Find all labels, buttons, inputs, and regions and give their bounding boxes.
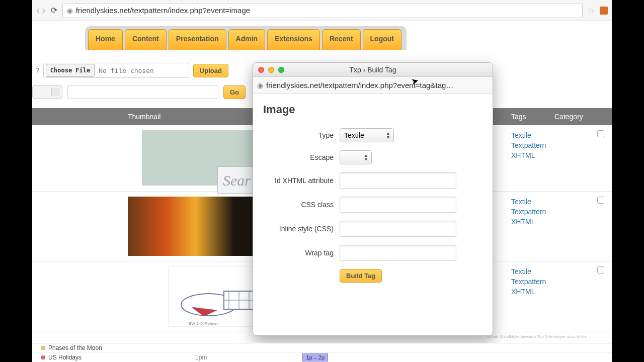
svg-text:BW-14X Rohnet: BW-14X Rohnet	[189, 321, 218, 326]
cssclass-input[interactable]	[340, 197, 456, 213]
tab-presentation[interactable]: Presentation	[169, 29, 226, 50]
tag-link-xhtml[interactable]: XHTML	[511, 150, 550, 160]
search-field-select[interactable]: ▲▼	[32, 85, 62, 99]
col-category: Category	[550, 113, 593, 121]
popup-url: friendlyskies.net/textpattern/index.php?…	[266, 81, 453, 89]
calendar-dot-icon	[41, 355, 45, 359]
tag-link-textpattern[interactable]: Textpattern	[511, 277, 550, 287]
label-css: CSS class	[263, 201, 334, 209]
globe-icon: ◉	[257, 81, 263, 89]
tab-extensions[interactable]: Extensions	[267, 29, 320, 50]
popup-address-bar[interactable]: ◉ friendlyskies.net/textpattern/index.ph…	[253, 77, 493, 94]
row-checkbox[interactable]	[597, 130, 604, 137]
tag-link-textile[interactable]: Textile	[511, 266, 550, 277]
extension-icon[interactable]	[600, 7, 608, 15]
tab-content[interactable]: Content	[125, 29, 167, 50]
bookmark-icon[interactable]: ☆	[588, 6, 595, 15]
help-icon[interactable]: ?	[35, 66, 39, 74]
thumbnail-image[interactable]: Sear	[142, 130, 259, 186]
search-input[interactable]	[67, 85, 218, 99]
browser-toolbar: ‹ › ⟳ ◉ friendlyskies.net/textpattern/in…	[32, 0, 612, 21]
tag-link-textile[interactable]: Textile	[511, 197, 550, 207]
calendar-time: 1pm	[195, 354, 207, 361]
tag-cell: Textile Textpattern XHTML	[507, 130, 550, 160]
type-value: Textile	[344, 131, 364, 139]
label-idattr: Id XHTML attribute	[263, 176, 334, 185]
popup-titlebar[interactable]: Txp › Build Tag	[253, 63, 493, 77]
type-select[interactable]: Textile ▲▼	[340, 128, 394, 142]
label-escape: Escape	[263, 153, 334, 161]
row-checkbox[interactable]	[597, 266, 604, 274]
col-tags: Tags	[507, 113, 550, 121]
calendar-dot-icon	[41, 346, 45, 350]
tag-link-textpattern[interactable]: Textpattern	[511, 140, 550, 150]
wraptag-input[interactable]	[340, 245, 456, 261]
row-checkbox[interactable]	[597, 197, 604, 204]
calendar-item[interactable]: Phases of the Moon	[48, 344, 102, 351]
build-tag-popup: Txp › Build Tag ◉ friendlyskies.net/text…	[253, 62, 493, 336]
back-icon[interactable]: ‹	[36, 4, 40, 17]
address-bar[interactable]: ◉ friendlyskies.net/textpattern/index.ph…	[62, 3, 583, 18]
tag-cell: Textile Textpattern XHTML	[507, 197, 550, 227]
calendar-event[interactable]: 1p – 2p	[302, 353, 328, 361]
calendar-strip: Phases of the Moon US Holidays 1pm 1p – …	[32, 343, 612, 362]
footer-note: Added @stefblokedawson's Top 5 developer…	[487, 334, 587, 339]
tab-home[interactable]: Home	[88, 29, 123, 50]
popup-heading: Image	[263, 103, 482, 116]
popup-title: Txp › Build Tag	[253, 66, 493, 74]
inlinestyle-input[interactable]	[340, 221, 456, 237]
tag-link-xhtml[interactable]: XHTML	[511, 217, 550, 227]
tag-cell: Textile Textpattern XHTML	[507, 266, 550, 297]
tab-admin[interactable]: Admin	[228, 29, 266, 50]
label-wrap: Wrap tag	[263, 249, 334, 257]
go-button[interactable]: Go	[223, 85, 246, 99]
upload-button[interactable]: Upload	[193, 64, 228, 77]
tag-link-textpattern[interactable]: Textpattern	[511, 207, 550, 217]
address-text: friendlyskies.net/textpattern/index.php?…	[76, 6, 250, 15]
reload-icon[interactable]: ⟳	[51, 6, 57, 15]
tag-link-xhtml[interactable]: XHTML	[511, 287, 550, 297]
tab-logout[interactable]: Logout	[363, 29, 401, 50]
build-tag-button[interactable]: Build Tag	[340, 269, 382, 283]
file-input[interactable]: Choose File No file chosen	[43, 63, 189, 78]
tab-recent[interactable]: Recent	[322, 29, 361, 50]
forward-icon[interactable]: ›	[42, 4, 45, 17]
tag-link-textile[interactable]: Textile	[511, 130, 550, 140]
main-nav: Home Content Presentation Admin Extensio…	[85, 26, 407, 50]
choose-file-button[interactable]: Choose File	[46, 64, 95, 77]
idattr-input[interactable]	[340, 172, 456, 189]
escape-select[interactable]: ▲▼	[340, 150, 372, 164]
label-inline: Inline style (CSS)	[263, 225, 334, 233]
label-type: Type	[263, 131, 334, 139]
calendar-item[interactable]: US Holidays	[48, 354, 82, 361]
globe-icon: ◉	[67, 7, 73, 15]
file-status: No file chosen	[99, 67, 154, 74]
